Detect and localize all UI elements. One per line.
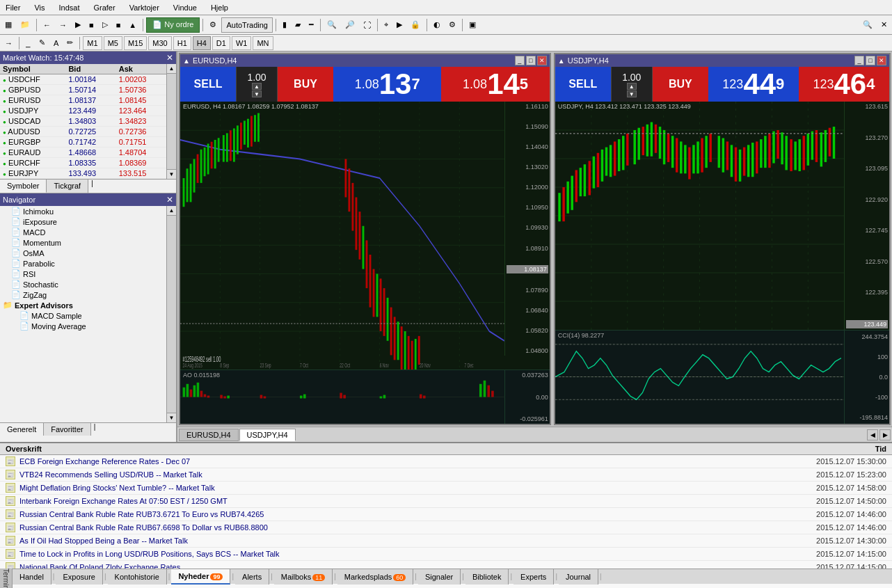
bottom-tab-kontohistorie[interactable]: Kontohistorie xyxy=(108,569,167,585)
bottom-tab-handel[interactable]: Handel xyxy=(13,569,51,585)
period-m30[interactable]: M30 xyxy=(148,36,171,50)
nav-macd-sample[interactable]: 📄 MACD Sample xyxy=(0,310,166,321)
chart1-maximize[interactable]: □ xyxy=(526,56,536,65)
market-watch-row[interactable]: ● USDCHF 1.00184 1.00203 xyxy=(0,74,166,85)
toolbar-btn-6[interactable]: ■ xyxy=(113,17,125,33)
tab-symboler[interactable]: Symboler xyxy=(0,180,47,193)
market-watch-row[interactable]: ● USDCAD 1.34803 1.34823 xyxy=(0,116,166,127)
chart1-price-down[interactable]: ▼ xyxy=(252,90,262,97)
news-item[interactable]: 📰 Interbank Foreign Exchange Rates At 07… xyxy=(0,495,892,508)
bottom-tab-exposure[interactable]: Exposure xyxy=(56,569,102,585)
mw-scroll-down[interactable]: ▼ xyxy=(167,169,176,179)
open-btn[interactable]: 📁 xyxy=(17,17,33,33)
news-item[interactable]: 📰 Time to Lock in Profits in Long USD/RU… xyxy=(0,548,892,561)
new-btn[interactable]: ▦ xyxy=(1,17,15,33)
chart-candle-btn[interactable]: ▰ xyxy=(292,17,304,33)
chart1-close[interactable]: ✕ xyxy=(537,56,547,65)
chart1-sell-btn[interactable]: SELL xyxy=(180,67,236,102)
chart1-buy-btn[interactable]: BUY xyxy=(278,67,333,102)
nav-expert-advisors[interactable]: 📁 Expert Advisors xyxy=(0,300,166,310)
autotrading-btn[interactable]: AutoTrading xyxy=(221,17,273,33)
menu-grafer[interactable]: Grafer xyxy=(90,2,118,13)
market-watch-row[interactable]: ● EURAUD 1.48668 1.48704 xyxy=(0,148,166,158)
news-item[interactable]: 📰 As If Oil Had Stopped Being a Bear -- … xyxy=(0,534,892,548)
chart2-minimize[interactable]: _ xyxy=(854,56,864,65)
chart2-price-down[interactable]: ▼ xyxy=(627,90,637,97)
nav-momentum[interactable]: 📄 Momentum xyxy=(0,237,166,248)
chart-line-btn[interactable]: ━ xyxy=(305,17,317,33)
line-tool-btn[interactable]: ⎯ xyxy=(22,35,34,51)
market-watch-close[interactable]: ✕ xyxy=(166,53,173,63)
bottom-tab-journal[interactable]: Journal xyxy=(559,569,598,585)
text-tool-btn[interactable]: A xyxy=(50,35,62,51)
nav-scroll-down[interactable]: ▼ xyxy=(167,413,176,422)
redo-btn[interactable]: → xyxy=(56,17,70,33)
tab-tickgraf[interactable]: Tickgraf xyxy=(47,180,88,193)
period-h4[interactable]: H4 xyxy=(193,36,211,50)
compile-btn[interactable]: ▶ xyxy=(72,17,84,33)
toolbar-btn-7[interactable]: ▲ xyxy=(125,17,140,33)
market-watch-row[interactable]: ● GBPUSD 1.50714 1.50736 xyxy=(0,85,166,95)
tab-generelt[interactable]: Generelt xyxy=(0,423,44,436)
market-watch-row[interactable]: ● EURGBP 0.71742 0.71751 xyxy=(0,137,166,148)
bottom-tab-nyheder[interactable]: Nyheder99 xyxy=(171,569,230,585)
stop-btn[interactable]: ■ xyxy=(86,17,97,33)
news-item[interactable]: 📰 Might Deflation Bring Stocks' Next Tum… xyxy=(0,482,892,495)
new-order-btn[interactable]: 📄 Ny ordre xyxy=(146,17,200,33)
settings-btn[interactable]: ⚙ xyxy=(445,17,459,33)
close-icon[interactable]: ✕ xyxy=(877,17,891,33)
search-icon[interactable]: 🔍 xyxy=(859,17,876,33)
lock-btn[interactable]: 🔒 xyxy=(407,17,424,33)
bottom-tab-experts[interactable]: Experts xyxy=(513,569,554,585)
menu-vindue[interactable]: Vindue xyxy=(170,2,200,13)
news-item[interactable]: 📰 Russian Central Bank Ruble Rate RUB67.… xyxy=(0,521,892,534)
clock-btn[interactable]: ◐ xyxy=(430,17,444,33)
period-d1[interactable]: D1 xyxy=(212,36,230,50)
market-watch-row[interactable]: ● EURJPY 133.493 133.515 xyxy=(0,168,166,179)
nav-iexposure[interactable]: 📄 iExposure xyxy=(0,216,166,227)
bottom-tab-mailboks[interactable]: Mailboks11 xyxy=(274,569,333,585)
arrow-tool-btn[interactable]: → xyxy=(1,35,16,51)
forward-btn[interactable]: ▶ xyxy=(393,17,406,33)
chart1-price-up[interactable]: ▲ xyxy=(252,83,262,90)
news-item[interactable]: 📰 ECB Foreign Exchange Reference Rates -… xyxy=(0,455,892,468)
mw-scrollbar[interactable]: ▲ ▼ xyxy=(166,64,176,179)
draw-tool-btn[interactable]: ✏ xyxy=(63,35,77,51)
screenshot-btn[interactable]: ▣ xyxy=(465,17,479,33)
nav-ichimoku[interactable]: 📄 Ichimoku xyxy=(0,206,166,216)
bottom-tab-signaler[interactable]: Signaler xyxy=(418,569,461,585)
mw-scroll-up[interactable]: ▲ xyxy=(167,64,176,74)
nav-moving-average[interactable]: 📄 Moving Average xyxy=(0,321,166,331)
fit-btn[interactable]: ⛶ xyxy=(360,17,374,33)
chart-bar-btn[interactable]: ▮ xyxy=(279,17,290,33)
chart2-price-up[interactable]: ▲ xyxy=(627,83,637,90)
nav-zigzag[interactable]: 📄 ZigZag xyxy=(0,289,166,300)
chart2-maximize[interactable]: □ xyxy=(866,56,875,65)
chart2-buy-btn[interactable]: BUY xyxy=(653,67,708,102)
nav-parabolic[interactable]: 📄 Parabolic xyxy=(0,258,166,269)
menu-filer[interactable]: Filer xyxy=(3,2,23,13)
zoom-in-btn[interactable]: 🔍 xyxy=(324,17,340,33)
period-w1[interactable]: W1 xyxy=(232,36,252,50)
menu-indsat[interactable]: Indsat xyxy=(56,2,82,13)
market-watch-row[interactable]: ● AUDUSD 0.72725 0.72736 xyxy=(0,127,166,137)
crosshair-btn[interactable]: ⌖ xyxy=(381,17,392,33)
news-item[interactable]: 📰 National Bank Of Poland Zloty Exchange… xyxy=(0,561,892,569)
tab-eurusd-h4[interactable]: EURUSD,H4 xyxy=(179,429,239,441)
autotrading-icon[interactable]: ⚙ xyxy=(206,17,220,33)
menu-vis[interactable]: Vis xyxy=(31,2,47,13)
chart2-close[interactable]: ✕ xyxy=(877,56,886,65)
period-m15[interactable]: M15 xyxy=(124,36,147,50)
zoom-out-btn[interactable]: 🔎 xyxy=(342,17,358,33)
nav-macd[interactable]: 📄 MACD xyxy=(0,227,166,237)
menu-varktojer[interactable]: Varktojer xyxy=(127,2,162,13)
period-m5[interactable]: M5 xyxy=(104,36,122,50)
nav-stochastic[interactable]: 📄 Stochastic xyxy=(0,279,166,289)
bottom-tab-bibliotek[interactable]: Bibliotek xyxy=(465,569,509,585)
chart2-sell-btn[interactable]: SELL xyxy=(555,67,611,102)
tab-favoritter[interactable]: Favoritter xyxy=(44,423,90,436)
undo-btn[interactable]: ← xyxy=(40,17,54,33)
nav-scrollbar[interactable]: ▲ ▼ xyxy=(166,206,176,422)
nav-scroll-up[interactable]: ▲ xyxy=(167,206,176,216)
pen-tool-btn[interactable]: ✎ xyxy=(35,35,49,51)
